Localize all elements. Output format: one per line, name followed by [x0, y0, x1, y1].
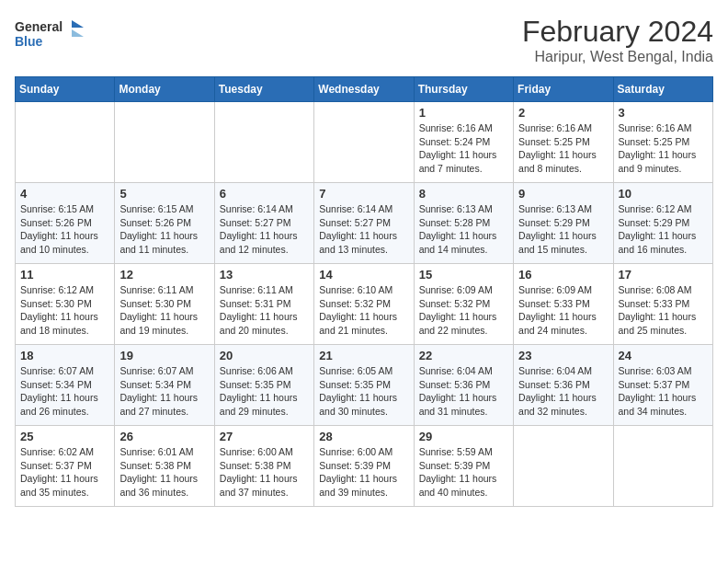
- calendar-cell: 25Sunrise: 6:02 AM Sunset: 5:37 PM Dayli…: [16, 426, 115, 507]
- calendar-cell: [115, 102, 214, 183]
- day-info: Sunrise: 6:11 AM Sunset: 5:31 PM Dayligh…: [220, 283, 309, 338]
- day-number: 26: [119, 430, 209, 443]
- weekday-header-wednesday: Wednesday: [314, 77, 414, 102]
- day-info: Sunrise: 6:04 AM Sunset: 5:36 PM Dayligh…: [419, 364, 508, 419]
- day-number: 27: [220, 430, 309, 443]
- day-number: 4: [20, 187, 109, 201]
- day-number: 3: [619, 106, 708, 120]
- day-info: Sunrise: 6:05 AM Sunset: 5:35 PM Dayligh…: [319, 364, 408, 419]
- calendar-cell: 6Sunrise: 6:14 AM Sunset: 5:27 PM Daylig…: [214, 183, 313, 264]
- day-info: Sunrise: 6:13 AM Sunset: 5:28 PM Dayligh…: [419, 202, 508, 257]
- day-info: Sunrise: 6:13 AM Sunset: 5:29 PM Dayligh…: [518, 202, 608, 257]
- day-info: Sunrise: 6:11 AM Sunset: 5:30 PM Dayligh…: [119, 283, 209, 338]
- month-title: February 2024: [522, 15, 713, 49]
- calendar-cell: 26Sunrise: 6:01 AM Sunset: 5:38 PM Dayli…: [115, 426, 214, 507]
- day-info: Sunrise: 6:16 AM Sunset: 5:25 PM Dayligh…: [619, 121, 708, 176]
- calendar-body: 1Sunrise: 6:16 AM Sunset: 5:24 PM Daylig…: [16, 102, 713, 507]
- day-number: 19: [119, 349, 209, 362]
- day-number: 13: [220, 268, 309, 282]
- weekday-header-monday: Monday: [115, 77, 214, 102]
- day-number: 17: [619, 268, 708, 282]
- day-info: Sunrise: 6:06 AM Sunset: 5:35 PM Dayligh…: [220, 364, 309, 419]
- day-number: 20: [220, 349, 309, 362]
- day-number: 12: [119, 268, 209, 282]
- calendar-cell: 7Sunrise: 6:14 AM Sunset: 5:27 PM Daylig…: [314, 183, 414, 264]
- day-number: 22: [419, 349, 508, 362]
- day-info: Sunrise: 6:15 AM Sunset: 5:26 PM Dayligh…: [119, 202, 209, 257]
- calendar-week-1: 1Sunrise: 6:16 AM Sunset: 5:24 PM Daylig…: [16, 102, 713, 183]
- calendar-cell: 9Sunrise: 6:13 AM Sunset: 5:29 PM Daylig…: [514, 183, 613, 264]
- weekday-header-sunday: Sunday: [16, 77, 115, 102]
- calendar-cell: [314, 102, 414, 183]
- svg-text:General: General: [15, 19, 63, 34]
- calendar-cell: 8Sunrise: 6:13 AM Sunset: 5:28 PM Daylig…: [414, 183, 513, 264]
- day-info: Sunrise: 6:07 AM Sunset: 5:34 PM Dayligh…: [119, 364, 209, 419]
- day-number: 5: [119, 187, 209, 201]
- day-number: 6: [220, 187, 309, 201]
- day-info: Sunrise: 6:03 AM Sunset: 5:37 PM Dayligh…: [619, 364, 708, 419]
- calendar-cell: 12Sunrise: 6:11 AM Sunset: 5:30 PM Dayli…: [115, 264, 214, 345]
- calendar-cell: 17Sunrise: 6:08 AM Sunset: 5:33 PM Dayli…: [613, 264, 712, 345]
- calendar-cell: 1Sunrise: 6:16 AM Sunset: 5:24 PM Daylig…: [414, 102, 513, 183]
- day-number: 9: [518, 187, 608, 201]
- page-header: GeneralBlue February 2024 Haripur, West …: [15, 15, 713, 65]
- day-number: 29: [419, 430, 508, 443]
- day-info: Sunrise: 6:16 AM Sunset: 5:25 PM Dayligh…: [518, 121, 608, 176]
- title-block: February 2024 Haripur, West Bengal, Indi…: [522, 15, 713, 65]
- day-number: 8: [419, 187, 508, 201]
- calendar-cell: 16Sunrise: 6:09 AM Sunset: 5:33 PM Dayli…: [514, 264, 613, 345]
- weekday-header-tuesday: Tuesday: [214, 77, 313, 102]
- location: Haripur, West Bengal, India: [522, 49, 713, 65]
- calendar-cell: 29Sunrise: 5:59 AM Sunset: 5:39 PM Dayli…: [414, 426, 513, 507]
- day-number: 15: [419, 268, 508, 282]
- day-info: Sunrise: 6:07 AM Sunset: 5:34 PM Dayligh…: [20, 364, 109, 419]
- day-number: 7: [319, 187, 408, 201]
- calendar-cell: 3Sunrise: 6:16 AM Sunset: 5:25 PM Daylig…: [613, 102, 712, 183]
- day-number: 28: [319, 430, 408, 443]
- day-info: Sunrise: 6:14 AM Sunset: 5:27 PM Dayligh…: [220, 202, 309, 257]
- day-info: Sunrise: 6:02 AM Sunset: 5:37 PM Dayligh…: [20, 445, 109, 500]
- day-number: 24: [619, 349, 708, 362]
- day-info: Sunrise: 6:14 AM Sunset: 5:27 PM Dayligh…: [319, 202, 408, 257]
- logo: GeneralBlue: [15, 15, 88, 53]
- weekday-header-friday: Friday: [514, 77, 613, 102]
- calendar-cell: 21Sunrise: 6:05 AM Sunset: 5:35 PM Dayli…: [314, 345, 414, 426]
- calendar-cell: 2Sunrise: 6:16 AM Sunset: 5:25 PM Daylig…: [514, 102, 613, 183]
- day-info: Sunrise: 6:04 AM Sunset: 5:36 PM Dayligh…: [518, 364, 608, 419]
- day-number: 2: [518, 106, 608, 120]
- calendar-header-row: SundayMondayTuesdayWednesdayThursdayFrid…: [16, 77, 713, 102]
- svg-marker-3: [72, 29, 84, 37]
- logo-svg: GeneralBlue: [15, 15, 88, 53]
- day-info: Sunrise: 6:09 AM Sunset: 5:33 PM Dayligh…: [518, 283, 608, 338]
- calendar-week-2: 4Sunrise: 6:15 AM Sunset: 5:26 PM Daylig…: [16, 183, 713, 264]
- day-number: 14: [319, 268, 408, 282]
- day-number: 21: [319, 349, 408, 362]
- calendar-cell: 4Sunrise: 6:15 AM Sunset: 5:26 PM Daylig…: [16, 183, 115, 264]
- calendar-week-3: 11Sunrise: 6:12 AM Sunset: 5:30 PM Dayli…: [16, 264, 713, 345]
- calendar-cell: 23Sunrise: 6:04 AM Sunset: 5:36 PM Dayli…: [514, 345, 613, 426]
- calendar-cell: 27Sunrise: 6:00 AM Sunset: 5:38 PM Dayli…: [214, 426, 313, 507]
- calendar-cell: 20Sunrise: 6:06 AM Sunset: 5:35 PM Dayli…: [214, 345, 313, 426]
- weekday-header-saturday: Saturday: [613, 77, 712, 102]
- day-number: 23: [518, 349, 608, 362]
- day-info: Sunrise: 6:12 AM Sunset: 5:30 PM Dayligh…: [20, 283, 109, 338]
- calendar-week-4: 18Sunrise: 6:07 AM Sunset: 5:34 PM Dayli…: [16, 345, 713, 426]
- calendar-cell: 11Sunrise: 6:12 AM Sunset: 5:30 PM Dayli…: [16, 264, 115, 345]
- day-info: Sunrise: 6:10 AM Sunset: 5:32 PM Dayligh…: [319, 283, 408, 338]
- weekday-header-thursday: Thursday: [414, 77, 513, 102]
- calendar-cell: 22Sunrise: 6:04 AM Sunset: 5:36 PM Dayli…: [414, 345, 513, 426]
- day-info: Sunrise: 6:01 AM Sunset: 5:38 PM Dayligh…: [119, 445, 209, 500]
- calendar-cell: 5Sunrise: 6:15 AM Sunset: 5:26 PM Daylig…: [115, 183, 214, 264]
- day-number: 16: [518, 268, 608, 282]
- calendar-cell: 18Sunrise: 6:07 AM Sunset: 5:34 PM Dayli…: [16, 345, 115, 426]
- calendar-cell: 15Sunrise: 6:09 AM Sunset: 5:32 PM Dayli…: [414, 264, 513, 345]
- calendar-cell: [16, 102, 115, 183]
- calendar-cell: 28Sunrise: 6:00 AM Sunset: 5:39 PM Dayli…: [314, 426, 414, 507]
- day-number: 25: [20, 430, 109, 443]
- day-info: Sunrise: 6:12 AM Sunset: 5:29 PM Dayligh…: [619, 202, 708, 257]
- calendar-cell: 10Sunrise: 6:12 AM Sunset: 5:29 PM Dayli…: [613, 183, 712, 264]
- day-info: Sunrise: 6:16 AM Sunset: 5:24 PM Dayligh…: [419, 121, 508, 176]
- calendar-cell: [214, 102, 313, 183]
- calendar-cell: 14Sunrise: 6:10 AM Sunset: 5:32 PM Dayli…: [314, 264, 414, 345]
- day-info: Sunrise: 6:08 AM Sunset: 5:33 PM Dayligh…: [619, 283, 708, 338]
